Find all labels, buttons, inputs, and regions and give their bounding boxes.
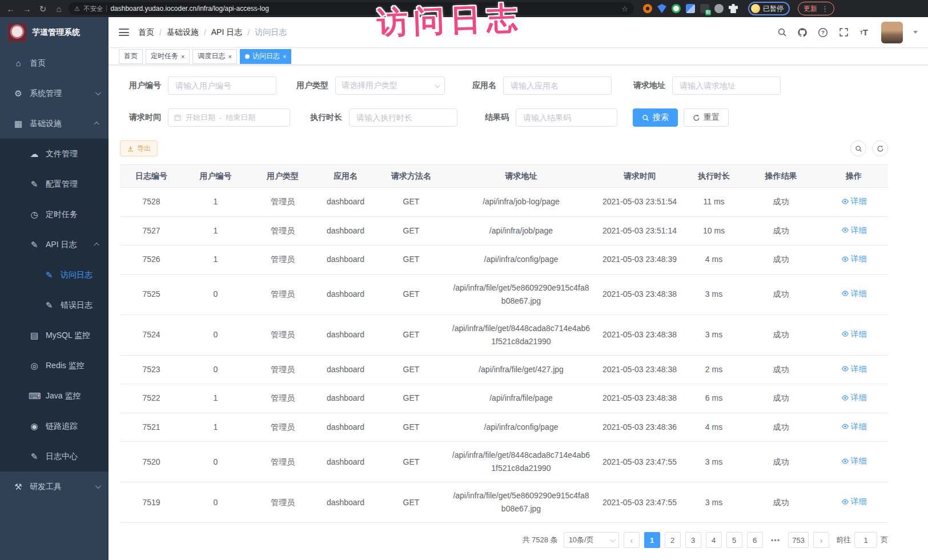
sidebar-menu-item[interactable]: ⌨ Java 监控 <box>0 381 109 411</box>
method-cell: GET <box>374 355 448 384</box>
column-header: 用户类型 <box>248 165 317 188</box>
sidebar-menu-item[interactable]: ◎ Redis 监控 <box>0 350 109 381</box>
tab-close-icon[interactable]: × <box>283 53 286 60</box>
sidebar-menu-item[interactable]: ✎ 错误日志 <box>0 290 109 320</box>
page-number-button[interactable]: ••• <box>768 532 784 548</box>
sidebar-menu-item[interactable]: ▤ MySQL 监控 <box>0 320 109 350</box>
fullscreen-icon[interactable] <box>838 27 849 38</box>
breadcrumb-item[interactable]: API 日志 / <box>211 27 255 38</box>
breadcrumb-item[interactable]: 访问日志 / <box>255 27 287 38</box>
breadcrumb-item[interactable]: 首页 / <box>138 27 167 38</box>
browser-extension-icon[interactable] <box>714 4 724 13</box>
back-icon[interactable]: ← <box>5 5 17 13</box>
profile-avatar <box>751 4 760 13</box>
sidebar-menu-item[interactable]: ◷ 定时任务 <box>0 199 109 229</box>
browser-profile-chip[interactable]: 已暂停 <box>748 2 790 15</box>
result-cell: 成功 <box>742 245 819 275</box>
extensions-puzzle-icon[interactable] <box>729 4 738 13</box>
app-name-input[interactable] <box>503 76 612 95</box>
page-number-button[interactable]: 753 <box>788 532 809 548</box>
detail-link[interactable]: 详细 <box>841 362 867 376</box>
sidebar-menu-item[interactable]: ✎ 访问日志 <box>0 260 109 290</box>
page-number-button[interactable]: 4 <box>706 532 722 548</box>
user-type-cell: 管理员 <box>248 482 317 523</box>
page-number-button[interactable]: 5 <box>726 532 742 548</box>
sidebar-menu-item[interactable]: ▦ 基础设施 <box>0 108 109 139</box>
column-header: 请求方法名 <box>374 165 448 188</box>
sidebar-menu-item[interactable]: ✎ API 日志 <box>0 229 109 260</box>
tab-close-icon[interactable]: × <box>228 53 231 60</box>
refresh-table-button[interactable] <box>872 140 888 156</box>
help-icon[interactable]: ? <box>817 27 829 38</box>
duration-input[interactable] <box>349 108 457 127</box>
user-type-select[interactable]: 请选择用户类型 <box>335 76 445 95</box>
github-icon[interactable] <box>797 27 808 38</box>
export-button[interactable]: 导出 <box>120 140 158 156</box>
bookmark-star-icon[interactable]: ☆ <box>621 5 628 13</box>
detail-link[interactable]: 详细 <box>841 454 867 468</box>
tab-label: 定时任务 <box>151 51 178 61</box>
view-tab[interactable]: 定时任务 × <box>146 49 190 64</box>
search-icon[interactable] <box>776 27 788 38</box>
chevron-up-icon <box>94 243 99 248</box>
page-number-button[interactable]: 6 <box>747 532 763 548</box>
sidebar-menu-item[interactable]: ✎ 日志中心 <box>0 441 109 472</box>
user-id-input[interactable] <box>168 76 276 95</box>
detail-link[interactable]: 详细 <box>841 287 867 300</box>
sidebar-menu-item[interactable]: ⌂ 首页 <box>0 48 109 78</box>
home-icon: ⌂ <box>13 58 24 68</box>
mysql-monitor-icon: ▤ <box>29 331 40 341</box>
url-bar[interactable]: ⚠ 不安全 dashboard.yudao.iocoder.cn/infra/l… <box>69 2 634 15</box>
page-number-button[interactable]: 2 <box>665 532 681 548</box>
browser-update-button[interactable]: 更新 ⋮ <box>798 2 834 15</box>
page-number-button[interactable]: 1 <box>644 532 660 548</box>
search-button[interactable]: 搜索 <box>633 108 678 127</box>
user-type-cell: 管理员 <box>248 274 317 315</box>
avatar-caret-icon[interactable] <box>913 31 918 34</box>
user-avatar[interactable] <box>881 22 903 43</box>
detail-link[interactable]: 详细 <box>841 328 867 341</box>
result-code-input[interactable] <box>516 108 617 127</box>
breadcrumb-item[interactable]: 基础设施 / <box>167 27 211 38</box>
next-page-button[interactable]: › <box>813 532 829 548</box>
page-size-select[interactable]: 10条/页 <box>564 532 619 548</box>
column-header: 操作结果 <box>742 165 819 188</box>
detail-link[interactable]: 详细 <box>841 224 867 237</box>
sidebar-toggle-icon[interactable] <box>119 29 129 36</box>
detail-link[interactable]: 详细 <box>841 391 867 404</box>
view-tab[interactable]: 访问日志 × <box>240 49 291 64</box>
detail-link[interactable]: 详细 <box>841 420 867 433</box>
goto-page-input[interactable] <box>854 532 877 548</box>
view-tab[interactable]: 调度日志 × <box>192 49 236 64</box>
browser-extension-icon[interactable] <box>657 4 666 13</box>
font-size-icon[interactable]: тT <box>858 27 870 38</box>
view-tab[interactable]: 首页 <box>119 49 143 64</box>
request-time-range-picker[interactable]: 开始日期 - 结束日期 <box>168 108 290 127</box>
browser-home-icon[interactable]: ⌂ <box>53 5 65 13</box>
sidebar-menu-item[interactable]: ◉ 链路追踪 <box>0 411 109 441</box>
prev-page-button[interactable]: ‹ <box>624 532 640 548</box>
translate-extension-icon[interactable]: 翻 <box>700 4 709 13</box>
omnibox-divider <box>106 5 107 12</box>
sidebar-menu-item[interactable]: ✎ 配置管理 <box>0 169 109 199</box>
range-separator: - <box>219 114 222 122</box>
request-time-cell: 2021-05-03 23:48:38 <box>594 384 685 413</box>
sidebar-menu-item[interactable]: ⚙ 系统管理 <box>0 78 109 108</box>
detail-link[interactable]: 详细 <box>841 495 867 508</box>
reset-button[interactable]: 重置 <box>684 108 729 127</box>
sidebar-menu-item[interactable]: ☁ 文件管理 <box>0 139 109 169</box>
forward-icon[interactable]: → <box>21 5 33 13</box>
detail-link[interactable]: 详细 <box>841 252 867 265</box>
browser-extension-icon[interactable] <box>672 4 681 13</box>
page-number-button[interactable]: 3 <box>685 532 701 548</box>
detail-link[interactable]: 详细 <box>841 195 867 208</box>
hide-search-button[interactable] <box>850 140 866 156</box>
log-id-cell: 7524 <box>120 315 183 355</box>
sidebar-menu-item[interactable]: ⚒ 研发工具 <box>0 472 109 502</box>
reload-icon[interactable]: ↻ <box>37 5 49 13</box>
browser-menu-icon[interactable]: ⋮ <box>821 5 829 13</box>
request-url-input[interactable] <box>672 76 781 95</box>
tab-close-icon[interactable]: × <box>181 53 184 60</box>
browser-extension-icon[interactable] <box>686 4 695 13</box>
browser-extension-icon[interactable] <box>643 4 652 13</box>
